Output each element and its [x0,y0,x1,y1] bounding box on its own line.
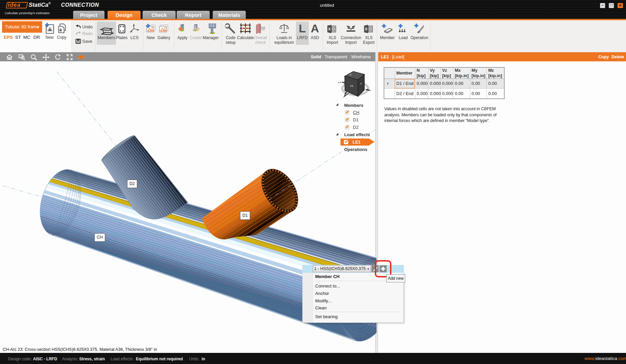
svg-text:X: X [328,27,331,31]
svg-text:+Y: +Y [350,85,353,88]
svg-text:X: X [365,27,368,31]
